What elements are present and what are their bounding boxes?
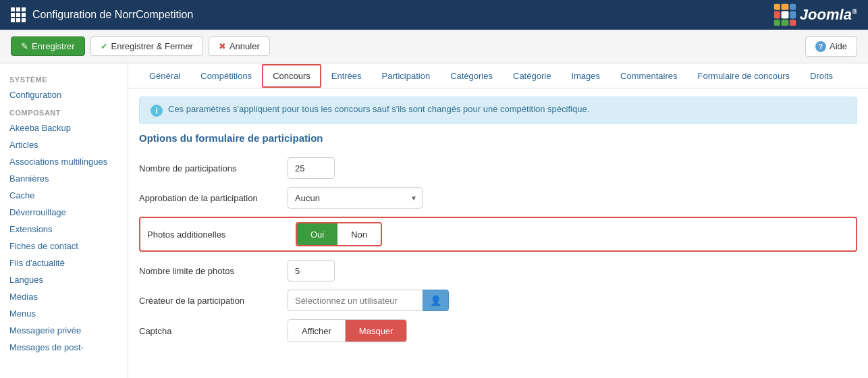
form-row-nb-photos: Nombre limite de photos [139,260,857,281]
save-close-label: Enregistrer & Fermer [111,41,193,51]
times-icon: ✖ [219,41,226,51]
save-label: Enregistrer [32,41,75,51]
check-icon: ✔ [101,41,108,51]
svg-rect-5 [781,4,788,10]
svg-rect-2 [774,20,780,26]
cancel-button[interactable]: ✖ Annuler [209,36,270,56]
form-row-photos: Photos additionelles Oui Non [139,217,857,252]
svg-rect-6 [790,11,796,19]
page-title: Configuration de NorrCompetition [32,9,193,21]
sidebar-item-extensions[interactable]: Extensions [0,221,128,238]
svg-rect-8 [774,11,780,19]
sidebar-item-bannieres[interactable]: Bannières [0,170,128,187]
grid-icon [11,7,26,22]
cancel-label: Annuler [229,41,260,51]
user-input-group: 👤 [288,290,449,311]
input-createur[interactable] [288,290,423,311]
joomla-logo: Joomla® [773,3,857,27]
tab-concours[interactable]: Concours [262,64,321,88]
sidebar-section-systeme: SYSTÈME [0,70,128,86]
form-row-approbation: Approbation de la participation Aucun ▼ [139,187,857,209]
toolbar-left: ✎ Enregistrer ✔ Enregistrer & Fermer ✖ A… [11,36,270,56]
sidebar: SYSTÈME Configuration COMPOSANT Akeeba B… [0,63,128,378]
select-wrapper-approbation: Aucun ▼ [288,187,423,209]
input-nb-participations[interactable] [288,157,335,179]
input-nb-limite-photos[interactable] [288,260,335,281]
label-nb-limite-photos: Nombre limite de photos [139,266,288,276]
tab-competitions[interactable]: Compétitions [190,63,262,88]
info-box: i Ces paramètres s'appliquent pour tous … [139,97,857,124]
tab-general[interactable]: Général [139,63,190,88]
svg-rect-7 [781,20,788,26]
toggle-non-button[interactable]: Non [337,223,381,245]
sidebar-item-akeeba[interactable]: Akeeba Backup [0,119,128,136]
tab-categories[interactable]: Catégories [440,63,503,88]
tab-categorie[interactable]: Catégorie [503,63,561,88]
help-label: Aide [830,41,847,51]
form-row-nb-participations: Nombre de participations [139,157,857,179]
info-icon: i [151,105,163,117]
form-section: Options du formulaire de participation N… [128,132,868,361]
sidebar-item-messagerie[interactable]: Messagerie privée [0,322,128,339]
tab-images[interactable]: Images [561,63,610,88]
help-button[interactable]: ? Aide [805,36,857,57]
select-approbation[interactable]: Aucun [288,187,423,209]
tab-formulaire[interactable]: Formulaire de concours [688,63,801,88]
tab-droits[interactable]: Droits [800,63,843,88]
label-captcha: Captcha [139,326,288,336]
sidebar-item-menus[interactable]: Menus [0,305,128,322]
sidebar-item-medias[interactable]: Médias [0,288,128,305]
toolbar: ✎ Enregistrer ✔ Enregistrer & Fermer ✖ A… [0,30,868,63]
tab-entrees[interactable]: Entrées [321,63,372,88]
user-icon: 👤 [430,295,441,306]
label-createur: Créateur de la participation [139,296,288,306]
label-approbation: Approbation de la participation [139,193,288,203]
sidebar-item-cache[interactable]: Cache [0,187,128,204]
sidebar-section-composant: COMPOSANT [0,103,128,119]
captcha-afficher-button[interactable]: Afficher [288,320,346,342]
sidebar-item-fiches[interactable]: Fiches de contact [0,238,128,254]
save-close-button[interactable]: ✔ Enregistrer & Fermer [90,36,203,56]
form-row-captcha: Captcha Afficher Masquer [139,319,857,342]
tabs-bar: Général Compétitions Concours Entrées Pa… [128,63,868,88]
top-bar-left: Configuration de NorrCompetition [11,7,193,22]
svg-rect-0 [774,4,780,10]
form-row-createur: Créateur de la participation 👤 [139,290,857,311]
svg-rect-1 [790,4,796,10]
joomla-reg: ® [852,7,857,16]
info-message: Ces paramètres s'appliquent pour tous le… [168,104,589,114]
question-icon: ? [815,41,826,52]
main-layout: SYSTÈME Configuration COMPOSANT Akeeba B… [0,63,868,378]
content-area: Général Compétitions Concours Entrées Pa… [128,63,868,378]
save-button[interactable]: ✎ Enregistrer [11,36,85,56]
tab-commentaires[interactable]: Commentaires [610,63,688,88]
user-select-button[interactable]: 👤 [423,290,449,311]
sidebar-item-articles[interactable]: Articles [0,136,128,153]
toolbar-right: ? Aide [805,36,857,57]
joomla-brand-text: Joomla® [800,6,857,24]
captcha-masquer-button[interactable]: Masquer [346,320,407,342]
top-bar: Configuration de NorrCompetition Joomla® [0,0,868,30]
sidebar-item-deverrouillage[interactable]: Déverrouillage [0,204,128,221]
captcha-toggle: Afficher Masquer [288,319,407,342]
toggle-oui-button[interactable]: Oui [297,223,337,245]
sidebar-item-langues[interactable]: Langues [0,271,128,288]
label-photos-additionelles: Photos additionelles [147,230,296,240]
sidebar-item-configuration[interactable]: Configuration [0,86,128,103]
joomla-logo-svg [773,3,797,27]
toggle-photos: Oui Non [296,222,382,246]
sidebar-item-associations[interactable]: Associations multilingues [0,153,128,170]
save-icon: ✎ [21,41,28,51]
sidebar-item-messages[interactable]: Messages de post- [0,339,128,356]
sidebar-item-fils[interactable]: Fils d'actualité [0,254,128,271]
label-nb-participations: Nombre de participations [139,163,288,173]
svg-rect-4 [781,11,788,19]
svg-rect-3 [790,20,796,26]
tab-participation[interactable]: Participation [372,63,441,88]
form-section-title: Options du formulaire de participation [139,132,857,146]
